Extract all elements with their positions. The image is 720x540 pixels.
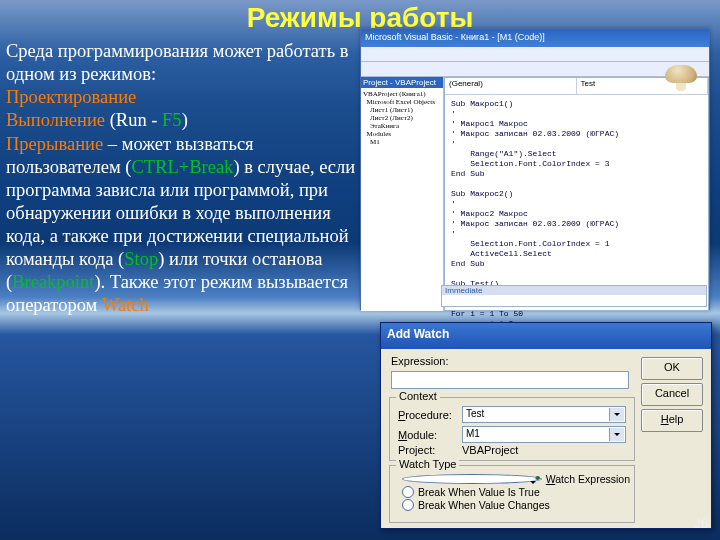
radio-icon [402, 499, 414, 511]
vbe-menubar [361, 47, 709, 62]
combo-object: (General) [445, 78, 577, 94]
mushroom-icon [663, 63, 699, 93]
mode-run: Выполнение (Run - F5) [6, 109, 356, 132]
project-label: Project: [398, 444, 462, 456]
module-select[interactable]: M1 [462, 426, 626, 443]
page-number: 26 [694, 516, 708, 532]
code-pane: (General) Test Sub Макрос1() ' ' Макрос1… [444, 77, 709, 311]
ok-button[interactable]: OK [641, 357, 703, 380]
dialog-title: Add Watch [381, 323, 711, 349]
slide: Режимы работы Среда программирования мож… [0, 0, 720, 540]
radio-break-true[interactable]: Break When Value Is True [402, 486, 630, 498]
radio-icon [402, 486, 414, 498]
watch-type-label: Watch Type [396, 458, 459, 470]
watch-type-group: Watch Type Watch Expression Break When V… [389, 465, 635, 523]
procedure-select[interactable]: Test [462, 406, 626, 423]
project-tree: VBAProject (Книга1) Microsoft Excel Obje… [363, 90, 441, 146]
cancel-button[interactable]: Cancel [641, 383, 703, 406]
mode-break: Прерывание – может вызваться пользовател… [6, 133, 356, 318]
body-text: Среда программирования может работать в … [6, 40, 356, 318]
expression-input[interactable] [391, 371, 629, 389]
vbe-window: Microsoft Visual Basic - Книга1 - [M1 (C… [360, 28, 710, 310]
immediate-window: Immediate [441, 285, 707, 307]
project-value: VBAProject [462, 444, 518, 456]
dialog-body: Expression: Context Procedure: Test Modu… [381, 349, 711, 524]
immediate-header: Immediate [442, 286, 706, 295]
project-explorer-header: Project - VBAProject [361, 77, 443, 88]
vbe-main: Project - VBAProject VBAProject (Книга1)… [361, 77, 709, 311]
radio-watch-expression[interactable]: Watch Expression [402, 473, 630, 485]
radio-icon [402, 474, 542, 484]
expression-label: Expression: [391, 355, 448, 367]
procedure-label: Procedure: [398, 409, 462, 421]
mode-design: Проектирование [6, 86, 356, 109]
module-label: Module: [398, 429, 462, 441]
project-explorer: Project - VBAProject VBAProject (Книга1)… [361, 77, 444, 311]
radio-break-changes[interactable]: Break When Value Changes [402, 499, 630, 511]
vbe-titlebar: Microsoft Visual Basic - Книга1 - [M1 (C… [361, 29, 709, 47]
context-group: Context Procedure: Test Module: M1 Proje… [389, 397, 635, 461]
vbe-toolbar [361, 62, 709, 77]
context-group-label: Context [396, 390, 440, 402]
lead-text: Среда программирования может работать в … [6, 40, 356, 86]
help-button[interactable]: Help [641, 409, 703, 432]
add-watch-dialog: Add Watch Expression: Context Procedure:… [380, 322, 712, 529]
